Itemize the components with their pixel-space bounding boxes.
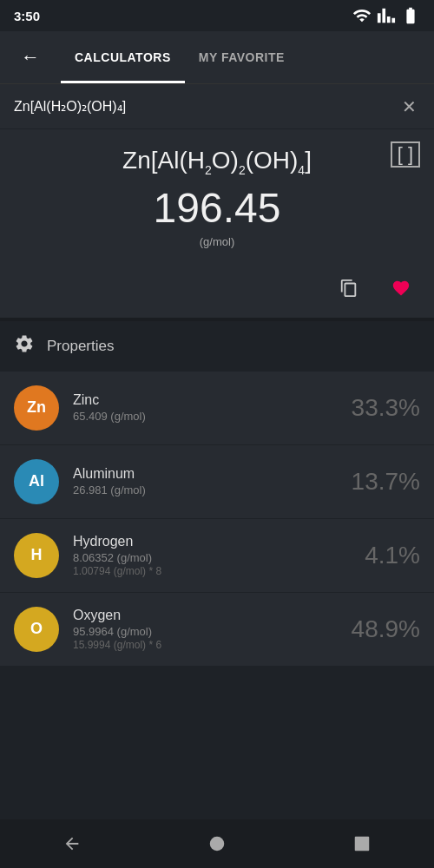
bottom-nav (0, 819, 434, 868)
element-row: HHydrogen8.06352 (g/mol)1.00794 (g/mol) … (0, 519, 434, 593)
copy-button[interactable] (330, 269, 368, 307)
element-mass: 95.9964 (g/mol) (73, 625, 328, 638)
battery-icon (401, 6, 420, 25)
element-rows: ZnZinc65.409 (g/mol)33.3%AlAluminum26.98… (0, 372, 434, 667)
signal-icon (377, 6, 396, 25)
element-info: Zinc65.409 (g/mol) (73, 392, 328, 423)
status-icons (352, 6, 420, 25)
tab-favorite[interactable]: MY FAVORITE (185, 31, 299, 83)
properties-title: Properties (47, 338, 114, 355)
nav-home-button[interactable] (191, 825, 243, 863)
svg-rect-1 (354, 837, 369, 852)
element-mass: 65.409 (g/mol) (73, 410, 328, 423)
molar-mass: 196.45 (154, 184, 281, 232)
element-row: ZnZinc65.409 (g/mol)33.3% (0, 372, 434, 445)
element-row: OOxygen95.9964 (g/mol)15.9994 (g/mol) * … (0, 593, 434, 667)
element-mass: 26.981 (g/mol) (73, 483, 328, 496)
status-time: 3:50 (14, 9, 40, 23)
element-name: Aluminum (73, 466, 328, 482)
element-info: Hydrogen8.06352 (g/mol)1.00794 (g/mol) *… (73, 534, 328, 577)
element-percent: 13.7% (342, 468, 420, 496)
unit-text: (g/mol) (200, 235, 234, 248)
action-row (0, 266, 434, 318)
status-bar: 3:50 (0, 0, 434, 31)
element-symbol-circle: O (14, 607, 59, 652)
element-symbol-circle: Al (14, 459, 59, 504)
properties-header: Properties (0, 318, 434, 372)
expand-button[interactable]: [ ] (391, 141, 420, 168)
back-button[interactable]: ← (14, 43, 47, 72)
element-info: Aluminum26.981 (g/mol) (73, 466, 328, 496)
formula-display: [ ] Zn[Al(H2O)2(OH)4] 196.45 (g/mol) (0, 128, 434, 266)
element-percent: 4.1% (342, 542, 420, 569)
element-symbol-circle: Zn (14, 385, 59, 431)
search-bar: ✕ (0, 83, 434, 128)
gear-icon (14, 333, 35, 359)
heart-icon (391, 279, 411, 298)
element-percent: 33.3% (342, 394, 420, 422)
formula-text: Zn[Al(H2O)2(OH)4] (122, 147, 312, 177)
element-name: Hydrogen (73, 534, 328, 549)
nav-back-button[interactable] (46, 825, 98, 863)
element-info: Oxygen95.9964 (g/mol)15.9994 (g/mol) * 6 (73, 608, 328, 651)
search-input[interactable] (14, 99, 398, 115)
nav-tabs: CALCULATORS MY FAVORITE (61, 31, 420, 83)
settings-icon (14, 333, 35, 354)
element-name: Oxygen (73, 608, 328, 623)
element-detail: 15.9994 (g/mol) * 6 (73, 639, 328, 651)
element-name: Zinc (73, 392, 328, 408)
element-percent: 48.9% (342, 615, 420, 643)
clear-button[interactable]: ✕ (398, 93, 420, 121)
copy-icon (339, 279, 358, 298)
element-symbol-circle: H (14, 533, 59, 578)
element-row: AlAluminum26.981 (g/mol)13.7% (0, 445, 434, 519)
element-detail: 1.00794 (g/mol) * 8 (73, 565, 328, 577)
favorite-button[interactable] (382, 269, 420, 307)
nav-recents-button[interactable] (336, 825, 388, 863)
wifi-icon (352, 6, 372, 25)
element-mass: 8.06352 (g/mol) (73, 551, 328, 564)
top-nav: ← CALCULATORS MY FAVORITE (0, 31, 434, 83)
svg-point-0 (210, 837, 225, 852)
tab-calculators[interactable]: CALCULATORS (61, 31, 185, 83)
